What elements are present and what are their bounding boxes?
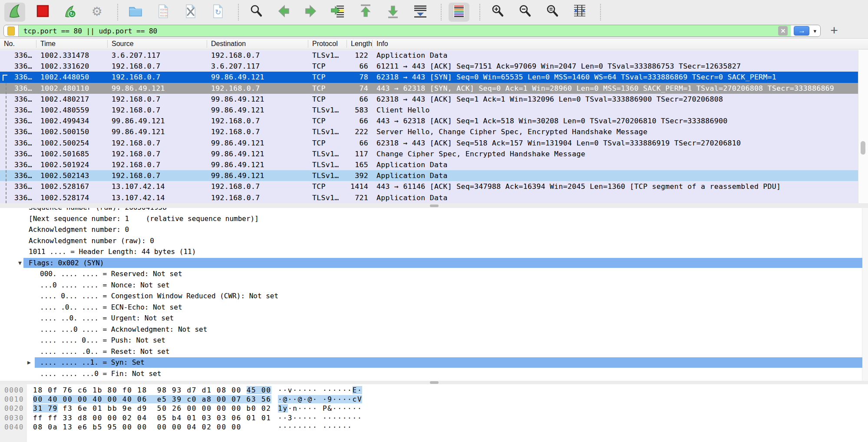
filter-apply-button[interactable]: →	[794, 26, 809, 36]
packet-row[interactable]: 336…1002.331620192.168.0.73.6.207.117TCP…	[0, 61, 858, 72]
detail-line[interactable]: .... .... 0... = Push: Not set	[0, 335, 868, 346]
toolbar-separator	[117, 4, 118, 20]
chevron-down-icon: ▾	[813, 28, 816, 34]
cell-protocol: TCP	[308, 84, 347, 92]
packet-row[interactable]: 336…1002.49943499.86.49.121192.168.0.7TC…	[0, 115, 858, 126]
pane-splitter-top[interactable]	[0, 203, 868, 208]
packet-row[interactable]: 336…1002.48011099.86.49.121192.168.0.7TC…	[0, 83, 858, 94]
go-back-button[interactable]	[273, 3, 294, 22]
packet-row[interactable]: 336…1002.480217192.168.0.799.86.49.121TC…	[0, 94, 858, 105]
packet-row[interactable]: 336…1002.3314783.6.207.117192.168.0.7TLS…	[0, 50, 858, 61]
cell-length: 66	[347, 62, 373, 70]
packet-row[interactable]: 336…1002.448050192.168.0.799.86.49.121TC…	[0, 72, 858, 82]
filter-bookmark-button[interactable]	[4, 25, 19, 36]
packet-row[interactable]: 336…1002.52817413.107.42.14192.168.0.7TL…	[0, 192, 858, 203]
column-header-info[interactable]: Info	[373, 40, 868, 48]
packet-list-scrollbar[interactable]	[858, 50, 868, 203]
zoom-in-button[interactable]	[487, 3, 508, 22]
find-packet-button[interactable]	[246, 3, 267, 22]
detail-line[interactable]: .... 0... .... = Congestion Window Reduc…	[0, 290, 868, 302]
detail-line[interactable]: ▼Flags: 0x002 (SYN)	[0, 257, 868, 269]
cell-source: 192.168.0.7	[108, 161, 207, 169]
cell-no: 336…	[0, 128, 36, 136]
expand-open-icon[interactable]: ▼	[18, 257, 22, 269]
filter-dropdown-button[interactable]: ▾	[813, 28, 816, 34]
column-header-time[interactable]: Time	[36, 40, 108, 48]
filter-add-button[interactable]: +	[827, 23, 842, 38]
detail-line[interactable]: Acknowledgment number: 0	[0, 224, 868, 235]
detail-line[interactable]: ▶.... .... ..1. = Syn: Set	[0, 357, 868, 368]
cell-no: 336…	[0, 139, 36, 147]
packet-row[interactable]: 336…1002.501924192.168.0.799.86.49.121TL…	[0, 159, 858, 170]
expand-closed-icon[interactable]: ▶	[27, 357, 31, 368]
column-header-destination[interactable]: Destination	[207, 40, 308, 48]
cell-info: 62318 → 443 [ACK] Seq=1 Ack=1 Win=132096…	[373, 95, 858, 103]
filter-clear-button[interactable]: ✕	[778, 26, 788, 36]
save-file-button[interactable]: 010100110101110	[152, 3, 173, 22]
detail-line[interactable]: ...0 .... .... = Nonce: Not set	[0, 280, 868, 291]
detail-line[interactable]: .... .... ...0 = Fin: Not set	[0, 368, 868, 379]
close-file-button[interactable]	[180, 3, 201, 22]
cell-no: 336…	[0, 161, 36, 169]
detail-text: Acknowledgment number: 0	[0, 225, 129, 234]
detail-text: 1011 .... = Header Length: 44 bytes (11)	[0, 247, 196, 256]
cell-time: 1002.331620	[36, 62, 108, 70]
column-header-length[interactable]: Length	[347, 40, 373, 48]
packet-row[interactable]: 336…1002.480559192.168.0.799.86.49.121TL…	[0, 105, 858, 115]
detail-line[interactable]: Sequence number (raw): 2665041958	[0, 208, 868, 213]
detail-line[interactable]: .... ...0 .... = Acknowledgment: Not set	[0, 324, 868, 335]
packet-row[interactable]: 336…1002.502143192.168.0.799.86.49.121TL…	[0, 170, 858, 181]
capture-options-button[interactable]: ⚙	[86, 3, 107, 22]
resize-columns-button[interactable]	[569, 3, 590, 22]
cell-destination: 99.86.49.121	[207, 150, 308, 158]
detail-line[interactable]: Acknowledgment number (raw): 0	[0, 235, 868, 247]
packet-row[interactable]: 336…1002.50015099.86.49.121192.168.0.7TL…	[0, 126, 858, 137]
column-header-no[interactable]: No.	[0, 40, 36, 48]
column-header-protocol[interactable]: Protocol	[308, 40, 347, 48]
hex-row[interactable]: 0030ff ff 33 d8 00 00 02 04 05 b4 01 03 …	[0, 413, 868, 422]
detail-line[interactable]: .... ..0. .... = Urgent: Not set	[0, 313, 868, 324]
splitter-handle-icon[interactable]	[430, 381, 439, 384]
display-filter-input[interactable]: tcp.port == 80 || udp.port == 80 ✕ → ▾	[3, 25, 821, 37]
cell-time: 1002.501924	[36, 161, 108, 169]
detail-line[interactable]: 1011 .... = Header Length: 44 bytes (11)	[0, 246, 868, 257]
resize-columns-icon	[571, 3, 588, 21]
zoom-out-button[interactable]	[515, 3, 535, 22]
hex-bytes: ff ff 33 d8 00 00 02 04 05 b4 01 03 03 0…	[33, 413, 271, 422]
toolbar-separator	[600, 4, 601, 20]
hex-row[interactable]: 004008 0a 13 e6 b5 95 00 00 00 00 04 02 …	[0, 422, 868, 432]
go-to-packet-button[interactable]	[328, 3, 349, 22]
hex-offset: 0020	[4, 404, 24, 413]
hex-row[interactable]: 001000 40 00 00 40 00 40 06 e5 39 c0 a8 …	[0, 395, 868, 404]
scrollbar-thumb[interactable]	[861, 141, 865, 155]
splitter-handle-icon[interactable]	[430, 205, 439, 207]
detail-line[interactable]: [Next sequence number: 1 (relative seque…	[0, 213, 868, 224]
stop-capture-button[interactable]	[32, 3, 53, 22]
packet-row[interactable]: 336…1002.501685192.168.0.799.86.49.121TL…	[0, 148, 858, 159]
details-scrollbar[interactable]	[862, 208, 868, 381]
open-file-button[interactable]	[125, 3, 146, 22]
display-filter-value[interactable]: tcp.port == 80 || udp.port == 80	[19, 27, 778, 35]
hex-offset: 0030	[4, 413, 24, 422]
go-last-packet-button[interactable]	[383, 3, 403, 22]
reload-file-button[interactable]: ↻	[207, 3, 228, 22]
detail-line[interactable]: 000. .... .... = Reserved: Not set	[0, 268, 868, 280]
auto-scroll-button[interactable]	[410, 3, 431, 22]
detail-line[interactable]: .... .0.. .... = ECN-Echo: Not set	[0, 302, 868, 313]
restart-capture-button[interactable]: ↻	[59, 3, 80, 22]
start-capture-button[interactable]	[4, 3, 25, 22]
column-header-source[interactable]: Source	[108, 40, 207, 48]
packet-row[interactable]: 336…1002.500254192.168.0.799.86.49.121TC…	[0, 138, 858, 148]
cell-time: 1002.502143	[36, 172, 108, 180]
zoom-reset-button[interactable]	[542, 3, 563, 22]
go-first-packet-button[interactable]	[355, 3, 376, 22]
go-forward-button[interactable]	[300, 3, 321, 22]
hex-row[interactable]: 002031 79 f3 6e 01 bb 9e d9 50 26 00 00 …	[0, 404, 868, 413]
cell-protocol: TLSv1…	[308, 161, 347, 169]
detail-line[interactable]: .... .... .0.. = Reset: Not set	[0, 346, 868, 357]
pane-splitter-bottom[interactable]	[0, 381, 868, 384]
packet-row[interactable]: 336…1002.52816713.107.42.14192.168.0.7TC…	[0, 181, 858, 192]
hex-row[interactable]: 000018 0f 76 c6 1b 80 f0 18 98 93 d7 d1 …	[0, 386, 868, 395]
colorize-packets-button[interactable]	[449, 3, 469, 22]
filter-bar: tcp.port == 80 || udp.port == 80 ✕ → ▾ +	[0, 24, 868, 38]
